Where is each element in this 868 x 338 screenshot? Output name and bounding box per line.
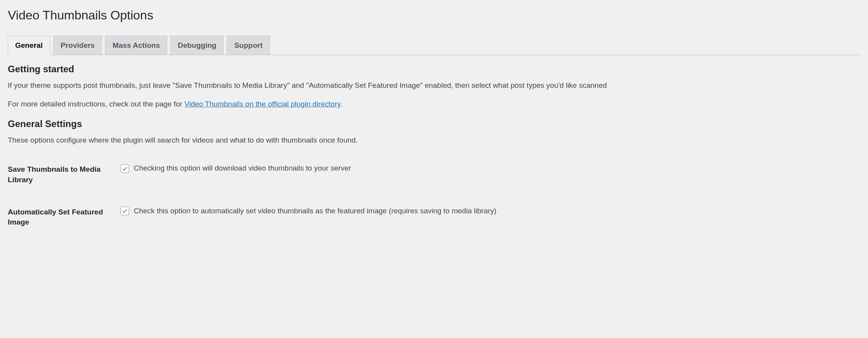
checkbox-auto-featured[interactable] bbox=[121, 207, 129, 215]
settings-table: Save Thumbnails to Media Library Checkin… bbox=[8, 153, 860, 238]
more-suffix: . bbox=[340, 100, 342, 108]
tab-providers[interactable]: Providers bbox=[53, 36, 102, 55]
setting-row-save-media: Save Thumbnails to Media Library Checkin… bbox=[8, 153, 860, 196]
tab-general[interactable]: General bbox=[8, 36, 50, 55]
checkbox-save-media[interactable] bbox=[121, 164, 129, 173]
setting-label-save-media: Save Thumbnails to Media Library bbox=[8, 153, 117, 196]
check-icon bbox=[122, 166, 128, 172]
setting-row-auto-featured: Automatically Set Featured Image Check t… bbox=[8, 196, 860, 239]
more-prefix: For more detailed instructions, check ou… bbox=[8, 100, 184, 108]
plugin-directory-link[interactable]: Video Thumbnails on the official plugin … bbox=[184, 100, 340, 108]
heading-general-settings: General Settings bbox=[8, 118, 860, 129]
getting-started-intro: If your theme supports post thumbnails, … bbox=[8, 80, 860, 91]
setting-desc-save-media: Checking this option will download video… bbox=[134, 163, 351, 174]
check-icon bbox=[122, 208, 128, 214]
page-title: Video Thumbnails Options bbox=[8, 4, 860, 25]
general-settings-intro: These options configure where the plugin… bbox=[8, 135, 860, 146]
heading-getting-started: Getting started bbox=[8, 64, 860, 75]
setting-desc-auto-featured: Check this option to automatically set v… bbox=[134, 206, 497, 217]
getting-started-more: For more detailed instructions, check ou… bbox=[8, 99, 860, 110]
tab-debugging[interactable]: Debugging bbox=[170, 36, 224, 55]
tab-mass-actions[interactable]: Mass Actions bbox=[105, 36, 167, 55]
setting-label-auto-featured: Automatically Set Featured Image bbox=[8, 196, 117, 239]
tab-support[interactable]: Support bbox=[227, 36, 270, 55]
tab-bar: General Providers Mass Actions Debugging… bbox=[8, 32, 860, 55]
